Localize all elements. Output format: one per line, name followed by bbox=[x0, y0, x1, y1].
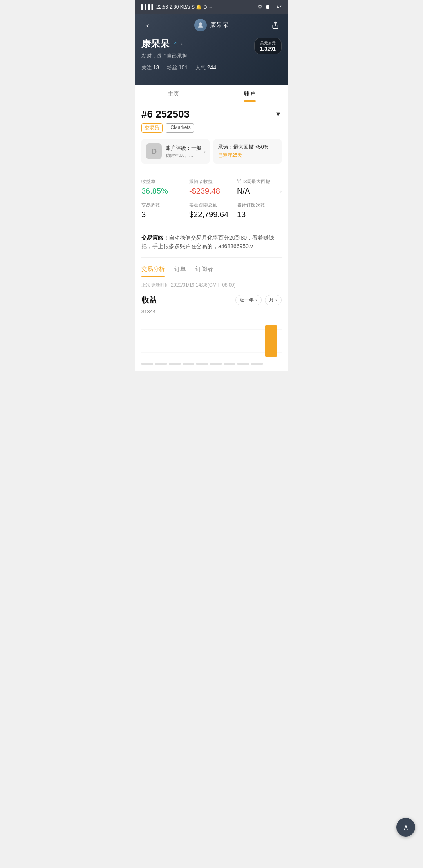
stat-follower-return: 跟随者收益 -$239.48 bbox=[189, 178, 234, 196]
gender-icon: ♂ bbox=[173, 40, 177, 47]
earnings-header: 收益 近一年 ▾ 月 ▾ bbox=[141, 295, 282, 305]
stat-popularity: 人气 244 bbox=[195, 64, 216, 71]
strategy-text: 交易策略：自动稳健交易月化率百分20到80，看着赚钱把，手上很多多账户在交易的，… bbox=[141, 233, 282, 251]
account-tags: 交易员 ICMarkets bbox=[141, 123, 282, 133]
promise-card: 承诺：最大回撤 <50% 已遵守25天 bbox=[213, 139, 282, 164]
profile-banner: ‹ 康呆呆 康呆呆 ♂ › 发财，跟了自己承担 bbox=[135, 14, 288, 85]
filter-time-button[interactable]: 近一年 ▾ bbox=[235, 295, 262, 305]
chart-area bbox=[141, 318, 282, 365]
analysis-tabs: 交易分析 订单 订阅者 bbox=[141, 265, 282, 277]
nav-username: 康呆呆 bbox=[210, 21, 229, 29]
tab-subscribers[interactable]: 订阅者 bbox=[195, 265, 213, 277]
tag-trader: 交易员 bbox=[141, 123, 163, 133]
svg-rect-8 bbox=[169, 363, 181, 365]
earnings-title: 收益 bbox=[141, 295, 157, 305]
rating-grade: D bbox=[146, 143, 162, 159]
main-tabs: 主页 账户 bbox=[135, 85, 288, 102]
tab-account[interactable]: 账户 bbox=[212, 85, 288, 102]
svg-rect-10 bbox=[196, 363, 208, 365]
status-right: 47 bbox=[257, 4, 282, 10]
chevron-down-icon-2: ▾ bbox=[275, 298, 277, 302]
svg-rect-6 bbox=[141, 363, 153, 365]
stat-live-amount: 实盘跟随总额 $22,799.64 bbox=[189, 202, 234, 219]
filter-unit-button[interactable]: 月 ▾ bbox=[265, 295, 282, 305]
time: 22:56 bbox=[156, 4, 168, 10]
rating-cards: D 账户评级：一般 稳健性0.0、… › 承诺：最大回撤 <50% 已遵守25天 bbox=[141, 139, 282, 164]
stat-following: 关注 13 bbox=[141, 64, 159, 71]
share-button[interactable] bbox=[269, 19, 282, 31]
svg-rect-12 bbox=[224, 363, 235, 365]
tab-orders[interactable]: 订单 bbox=[174, 265, 186, 277]
currency-badge: 美元加元 1.3291 bbox=[254, 38, 282, 54]
profile-arrow[interactable]: › bbox=[181, 41, 183, 47]
chevron-down-icon: ▾ bbox=[255, 298, 257, 302]
wifi-icon bbox=[257, 4, 263, 10]
svg-rect-5 bbox=[265, 325, 277, 357]
stat-followers: 粉丝 101 bbox=[167, 64, 188, 71]
stat-trading-weeks: 交易周数 3 bbox=[141, 202, 186, 219]
battery-icon bbox=[266, 5, 274, 9]
earnings-chart bbox=[141, 318, 282, 365]
svg-rect-11 bbox=[210, 363, 222, 365]
status-bar: ▌▌▌▌ 22:56 2.80 KB/s S 🔔 ⊙ ··· 47 bbox=[135, 0, 288, 14]
currency-value: 1.3291 bbox=[258, 46, 277, 52]
back-button[interactable]: ‹ bbox=[141, 19, 154, 31]
svg-point-0 bbox=[199, 22, 202, 25]
rating-arrow-icon: › bbox=[204, 148, 206, 154]
svg-rect-14 bbox=[251, 363, 263, 365]
stats-arrow-icon[interactable]: › bbox=[280, 188, 282, 195]
main-content: #6 252503 ▼ 交易员 ICMarkets D 账户评级：一般 稳健性0… bbox=[135, 102, 288, 371]
account-header: #6 252503 ▼ bbox=[141, 108, 282, 120]
status-left: ▌▌▌▌ 22:56 2.80 KB/s S 🔔 ⊙ ··· bbox=[141, 4, 212, 10]
currency-label: 美元加元 bbox=[258, 40, 277, 46]
stat-subscriptions: 累计订阅次数 13 bbox=[237, 202, 282, 219]
rating-text: 账户评级：一般 稳健性0.0、… bbox=[166, 145, 201, 158]
speed: 2.80 KB/s bbox=[170, 4, 190, 10]
app-icons: S 🔔 ⊙ ··· bbox=[192, 4, 212, 10]
last-update: 上次更新时间 2020/01/19 14:36(GMT+08:00) bbox=[141, 282, 282, 289]
strategy-section: 交易策略：自动稳健交易月化率百分20到80，看着赚钱把，手上很多多账户在交易的，… bbox=[141, 233, 282, 258]
earnings-filters: 近一年 ▾ 月 ▾ bbox=[235, 295, 282, 305]
rating-card[interactable]: D 账户评级：一般 稳健性0.0、… › bbox=[141, 139, 210, 164]
stats-grid: 收益率 36.85% 跟随者收益 -$239.48 近13周最大回撤 N/A ›… bbox=[141, 172, 282, 225]
promise-days: 已遵守25天 bbox=[218, 152, 277, 159]
stat-max-drawdown: 近13周最大回撤 N/A › bbox=[237, 178, 282, 196]
svg-rect-9 bbox=[183, 363, 194, 365]
profile-stats: 关注 13 粉丝 101 人气 244 bbox=[141, 64, 216, 71]
tab-home[interactable]: 主页 bbox=[135, 85, 212, 102]
dropdown-arrow[interactable]: ▼ bbox=[275, 110, 282, 118]
tab-trading-analysis[interactable]: 交易分析 bbox=[141, 265, 165, 277]
earnings-value: $1344 bbox=[141, 309, 282, 314]
nav-center: 康呆呆 bbox=[194, 19, 229, 31]
svg-rect-7 bbox=[155, 363, 167, 365]
profile-name: 康呆呆 bbox=[141, 38, 170, 50]
battery-percent: 47 bbox=[277, 4, 282, 10]
signal-icon: ▌▌▌▌ bbox=[141, 4, 155, 10]
profile-bio: 发财，跟了自己承担 bbox=[141, 53, 216, 60]
tag-broker: ICMarkets bbox=[166, 123, 194, 133]
stat-return-rate: 收益率 36.85% bbox=[141, 178, 186, 196]
svg-rect-13 bbox=[237, 363, 249, 365]
nav-avatar bbox=[194, 19, 207, 31]
account-number: #6 252503 bbox=[141, 108, 190, 120]
